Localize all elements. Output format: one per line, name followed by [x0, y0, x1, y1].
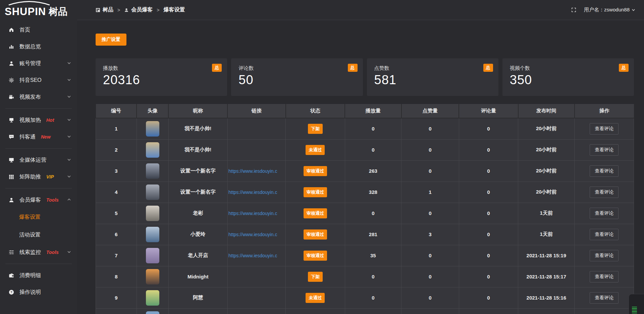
stat-label: 评论数 [238, 65, 355, 71]
cell-status: 审核通过 [286, 224, 345, 245]
avatar [146, 290, 159, 306]
view-comments-button[interactable]: 查看评论 [590, 292, 619, 304]
view-comments-button[interactable]: 查看评论 [590, 229, 619, 240]
view-comments-button[interactable]: 查看评论 [590, 165, 619, 177]
chevron-down-icon [67, 249, 71, 255]
main-area: 树品 > 会员爆客 > 爆客设置 用户名：zswodun88 [77, 0, 644, 314]
status-badge: 下架 [308, 124, 323, 134]
view-comments-button[interactable]: 查看评论 [590, 208, 619, 219]
cell-nickname: Midnight [168, 266, 227, 287]
cell-comments: 0 [459, 181, 518, 203]
cell-likes [401, 308, 459, 314]
cell-plays: 35 [345, 245, 401, 266]
sidebar-item-douketong[interactable]: 抖客通 New [0, 128, 77, 145]
col-header-likes: 点赞量 [401, 104, 459, 118]
promotion-settings-button[interactable]: 推广设置 [96, 34, 126, 46]
view-comments-button[interactable]: 查看评论 [590, 250, 619, 261]
wallet-icon [8, 272, 15, 279]
cell-comments: 0 [459, 139, 518, 160]
view-comments-button[interactable]: 查看评论 [590, 123, 619, 135]
stat-card-comments: 评论数 50 总 [231, 58, 363, 96]
sidebar-item-label: 视频加热 [19, 117, 41, 124]
breadcrumb-item-member-baoke[interactable]: 会员爆客 [124, 6, 153, 13]
col-header-link: 链接 [227, 104, 285, 118]
cell-id: 9 [96, 287, 137, 308]
table-row: 1 我不是小帅! 下架 0 0 0 20小时前 查看评论 [96, 118, 634, 139]
stat-label: 视频个数 [510, 65, 627, 71]
sidebar-item-video-publish[interactable]: 视频发布 [0, 89, 77, 105]
cell-actions: 查看评论 [575, 266, 634, 287]
cell-published: 1天前 [518, 224, 575, 245]
sidebar-item-douyin-seo[interactable]: 抖音SEO [0, 72, 77, 89]
app-window: SHUPIN 树品 首页 数据总览 账号管理 抖音SEO [0, 0, 644, 314]
chat-bubble-icon [8, 134, 15, 140]
cell-link [227, 266, 285, 287]
sidebar-item-account-management[interactable]: 账号管理 [0, 55, 77, 72]
breadcrumb-item-baoke-settings[interactable]: 爆客设置 [163, 6, 185, 13]
sidebar-item-label: 全媒体运营 [19, 157, 46, 164]
sidebar-item-label: 会员爆客 [19, 197, 41, 204]
avatar [146, 142, 159, 158]
sidebar-item-member-baoke[interactable]: 会员爆客 Tools [0, 192, 77, 208]
sidebar-item-lead-monitoring[interactable]: 线索监控 Tools [0, 244, 77, 261]
video-link[interactable]: https://www.iesdouyin.c [228, 253, 285, 258]
sidebar-item-label: 消费明细 [19, 272, 41, 279]
status-badge: 未通过 [306, 145, 325, 155]
table-row: 2 我不是小帅! 未通过 0 0 0 20小时前 查看评论 [96, 139, 634, 160]
help-icon: ? [8, 289, 15, 296]
avatar [146, 269, 159, 284]
user-menu[interactable]: 用户名：zswodun88 [584, 7, 635, 13]
col-header-published: 发布时间 [518, 104, 575, 118]
sidebar-item-label: 线索监控 [19, 249, 41, 256]
sidebar-subitem-activity-settings[interactable]: 活动设置 [0, 226, 77, 244]
sidebar-divider [5, 148, 72, 149]
cell-plays: 0 [345, 118, 401, 139]
monitor-icon [8, 157, 15, 163]
cell-status: 审核通过 [286, 160, 345, 181]
view-comments-button[interactable]: 查看评论 [590, 187, 619, 198]
chevron-up-icon [67, 197, 71, 203]
cell-link [227, 139, 285, 160]
cell-nickname: 设置一个新名字 [168, 160, 227, 181]
topbar-right: 用户名：zswodun88 [571, 7, 635, 13]
cell-link [227, 287, 285, 308]
sidebar-item-home[interactable]: 首页 [0, 21, 77, 38]
stat-value: 581 [374, 73, 491, 87]
fullscreen-icon[interactable] [571, 7, 577, 13]
status-badge: 下架 [308, 272, 323, 282]
sidebar-subitem-baoke-settings[interactable]: 爆客设置 [0, 208, 77, 226]
floating-service-widget[interactable] [629, 294, 644, 314]
cell-status: 审核通过 [286, 203, 345, 224]
sidebar-item-consumption-details[interactable]: 消费明细 [0, 267, 77, 284]
sidebar-item-video-heating[interactable]: 视频加热 Hot [0, 112, 77, 128]
gear-icon [8, 77, 15, 84]
video-link[interactable]: https://www.iesdouyin.c [228, 190, 285, 195]
cell-avatar [137, 139, 168, 160]
sidebar-item-all-media-operation[interactable]: 全媒体运营 [0, 152, 77, 168]
video-link[interactable]: https://www.iesdouyin.c [228, 232, 285, 237]
sidebar-item-label: 抖音SEO [19, 77, 42, 84]
cell-published [518, 308, 575, 314]
view-comments-button[interactable]: 查看评论 [590, 271, 619, 282]
cell-id: 8 [96, 266, 137, 287]
avatar [146, 163, 159, 179]
video-link[interactable]: https://www.iesdouyin.c [228, 168, 285, 174]
cell-nickname: 老人开店 [168, 245, 227, 266]
view-comments-button[interactable]: 查看评论 [590, 144, 619, 156]
sidebar-item-matrix-boost[interactable]: 矩阵助推 VIP [0, 168, 77, 185]
chevron-down-icon [67, 134, 71, 140]
brand-logo[interactable]: SHUPIN 树品 [0, 0, 77, 20]
sidebar-item-label: 数据总览 [19, 43, 41, 50]
breadcrumb-item-home[interactable]: 树品 [96, 6, 113, 13]
cell-id: 3 [96, 160, 137, 181]
avatar [146, 121, 159, 137]
page-content: 推广设置 播放数 20316 总 评论数 50 总 点赞数 581 总 [77, 20, 644, 314]
sidebar-item-operation-guide[interactable]: ? 操作说明 [0, 284, 77, 301]
avatar [146, 185, 159, 200]
sidebar-item-data-overview[interactable]: 数据总览 [0, 38, 77, 55]
video-link[interactable]: https://www.iesdouyin.c [228, 211, 285, 216]
breadcrumb-label: 树品 [103, 6, 113, 13]
cell-plays: 0 [345, 203, 401, 224]
cell-status: 未通过 [286, 287, 345, 308]
table-row: 9 阿慧 未通过 0 0 0 2021-11-28 15:16 查看评论 [96, 287, 634, 308]
